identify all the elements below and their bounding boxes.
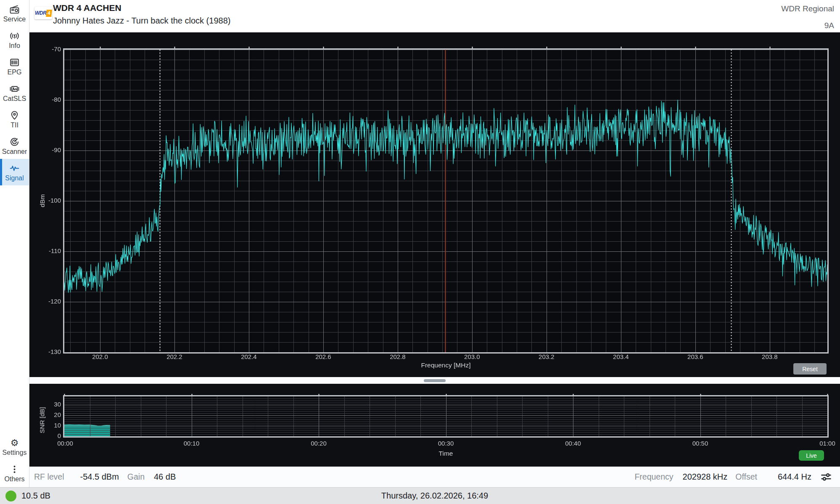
offset-label: Offset bbox=[735, 472, 757, 482]
sidebar-item-tii[interactable]: TII bbox=[0, 106, 29, 132]
sidebar-item-epg[interactable]: EPG bbox=[0, 53, 29, 79]
spectrum-panel: dBm Frequency [MHz] Reset bbox=[29, 32, 840, 377]
sidebar-item-label: CatSLS bbox=[3, 95, 26, 103]
splitter-handle[interactable] bbox=[424, 379, 446, 382]
reset-button[interactable]: Reset bbox=[793, 363, 827, 375]
datetime: Thursday, 26.02.2026, 16:49 bbox=[29, 491, 840, 501]
sidebar-item-label: Settings bbox=[3, 449, 27, 457]
sidebar-item-signal[interactable]: Signal bbox=[0, 159, 29, 185]
rf-level-label: RF level bbox=[34, 472, 64, 482]
frequency-value: 202928 kHz bbox=[683, 472, 728, 482]
sidebar-item-others[interactable]: Others bbox=[0, 460, 29, 486]
station-title: WDR 4 AACHEN bbox=[53, 3, 122, 13]
sidebar-item-catsls[interactable]: CatSLS bbox=[0, 79, 29, 106]
tune-sliders-icon[interactable] bbox=[820, 471, 832, 483]
wdr-logo: WDR4 bbox=[34, 7, 52, 19]
status-left-group: RF level -54.5 dBm Gain 46 dB bbox=[34, 472, 176, 482]
radar-icon bbox=[9, 137, 20, 147]
radio-icon bbox=[9, 4, 20, 15]
sidebar-item-label: Service bbox=[3, 16, 26, 23]
sync-status-dot bbox=[5, 491, 16, 501]
sidebar-item-label: EPG bbox=[8, 69, 22, 76]
header-right: WDR Regional 9A bbox=[781, 4, 834, 30]
header: WDR4 WDR 4 AACHEN Johnny Hates Jazz - Tu… bbox=[29, 0, 840, 32]
sidebar-bottom-group: ⚙SettingsOthers bbox=[0, 433, 29, 487]
sidebar: ServiceInfoEPGCatSLSTIIScannerSignal ⚙Se… bbox=[0, 0, 29, 487]
status-bar: RF level -54.5 dBm Gain 46 dB Frequency … bbox=[29, 467, 840, 487]
channel-label: 9A bbox=[781, 21, 834, 30]
sidebar-item-label: Scanner bbox=[2, 148, 27, 156]
epg-list-icon bbox=[9, 57, 20, 68]
sidebar-item-label: Info bbox=[9, 42, 20, 50]
sidebar-item-settings[interactable]: ⚙Settings bbox=[0, 433, 29, 460]
sidebar-item-info[interactable]: Info bbox=[0, 26, 29, 53]
sidebar-item-label: Signal bbox=[5, 174, 24, 182]
spectrum-chart[interactable] bbox=[29, 32, 840, 377]
gain-label: Gain bbox=[127, 472, 145, 482]
rf-level-value: -54.5 dBm bbox=[80, 472, 119, 482]
snr-chart bbox=[29, 384, 840, 467]
footer-bar: 10.5 dB Thursday, 26.02.2026, 16:49 bbox=[0, 487, 840, 504]
sidebar-item-label: Others bbox=[4, 475, 24, 483]
broadcast-icon bbox=[9, 31, 20, 41]
main-area: WDR4 WDR 4 AACHEN Johnny Hates Jazz - Tu… bbox=[29, 0, 840, 487]
panel-splitter bbox=[29, 377, 840, 384]
slideshow-icon bbox=[9, 84, 20, 94]
sidebar-item-label: TII bbox=[11, 121, 18, 129]
waveform-icon bbox=[9, 163, 20, 174]
sidebar-item-service[interactable]: Service bbox=[0, 0, 29, 26]
gain-value: 46 dB bbox=[154, 472, 176, 482]
snr-panel: SNR [dB] Time Live bbox=[29, 384, 840, 467]
app-window: ServiceInfoEPGCatSLSTIIScannerSignal ⚙Se… bbox=[0, 0, 840, 504]
ensemble-label: WDR Regional bbox=[781, 4, 834, 13]
status-right-group: Frequency 202928 kHz Offset 644.4 Hz bbox=[634, 471, 832, 483]
wdr-logo-text: WDR bbox=[35, 10, 46, 16]
track-title: Johnny Hates Jazz - Turn back the clock … bbox=[53, 16, 230, 26]
wdr-logo-badge: 4 bbox=[46, 10, 52, 17]
sidebar-top-group: ServiceInfoEPGCatSLSTIIScannerSignal bbox=[0, 0, 29, 185]
location-pin-icon bbox=[9, 110, 20, 121]
offset-value: 644.4 Hz bbox=[778, 472, 811, 482]
overflow-menu-icon bbox=[9, 464, 20, 475]
live-button[interactable]: Live bbox=[799, 450, 824, 461]
sidebar-item-scanner[interactable]: Scanner bbox=[0, 132, 29, 159]
gear-icon: ⚙ bbox=[9, 438, 20, 448]
frequency-label: Frequency bbox=[634, 472, 673, 482]
